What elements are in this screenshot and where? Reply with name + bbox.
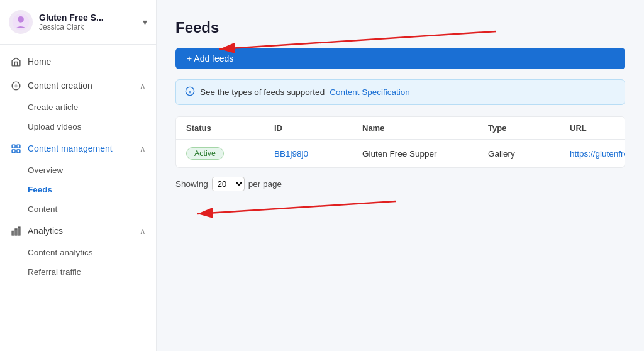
overview-label: Overview: [28, 165, 63, 175]
upload-videos-label: Upload videos: [28, 122, 82, 131]
bar-chart-icon: [10, 225, 21, 237]
per-page-select[interactable]: 20 10 50 100: [212, 177, 245, 191]
sidebar-item-content-management-label: Content management: [28, 143, 133, 153]
info-banner: See the types of feeds supported Content…: [175, 79, 625, 105]
main-wrapper: Feeds + Add feeds See the types of feeds…: [157, 0, 644, 351]
svg-point-1: [18, 16, 24, 23]
cell-name: Gluten Free Supper: [362, 149, 488, 159]
sidebar-item-content-creation[interactable]: Content creation ∧: [0, 74, 156, 98]
sidebar-item-overview[interactable]: Overview: [0, 160, 156, 180]
home-icon: [10, 56, 21, 67]
info-banner-text: See the types of feeds supported: [200, 87, 325, 97]
sidebar-item-content-analytics[interactable]: Content analytics: [0, 243, 156, 262]
sidebar-item-content-management[interactable]: Content management ∧: [0, 136, 156, 160]
content-analytics-label: Content analytics: [28, 248, 93, 257]
sidebar-item-create-article[interactable]: Create article: [0, 98, 156, 117]
sidebar-item-home-label: Home: [28, 57, 146, 67]
cell-type: Gallery: [488, 149, 570, 159]
col-status: Status: [186, 123, 274, 133]
feed-id-link[interactable]: BB1j98j0: [274, 149, 308, 159]
brand-chevron: ▾: [143, 17, 147, 27]
svg-rect-6: [16, 145, 19, 148]
svg-rect-8: [16, 149, 19, 152]
content-creation-chevron: ∧: [140, 81, 146, 91]
showing-label: Showing: [175, 179, 208, 189]
referral-traffic-label: Referral traffic: [28, 267, 81, 277]
grid-icon: [10, 143, 21, 154]
sidebar: Gluten Free S... Jessica Clark ▾ Home Co…: [0, 0, 157, 351]
brand-user: Jessica Clark: [39, 23, 136, 31]
page-title: Feeds: [175, 19, 625, 36]
sidebar-brand[interactable]: Gluten Free S... Jessica Clark ▾: [0, 0, 156, 45]
analytics-chevron: ∧: [140, 226, 146, 236]
add-feeds-button[interactable]: + Add feeds: [175, 48, 625, 69]
col-type: Type: [488, 123, 570, 133]
pagination-row: Showing 20 10 50 100 per page: [175, 177, 625, 191]
cell-id: BB1j98j0: [274, 149, 362, 159]
info-icon: [185, 86, 195, 98]
svg-rect-9: [12, 231, 14, 235]
feed-url-link[interactable]: https://glutenfreesupp: [570, 149, 625, 159]
sidebar-item-feeds[interactable]: Feeds: [0, 180, 156, 199]
cell-status: Active: [186, 147, 274, 160]
cell-url: https://glutenfreesupp: [570, 149, 625, 159]
sidebar-item-analytics-label: Analytics: [28, 226, 133, 236]
content-specification-link[interactable]: Content Specification: [330, 87, 410, 97]
main-content: Feeds + Add feeds See the types of feeds…: [157, 0, 644, 204]
brand-name: Gluten Free S...: [39, 13, 136, 23]
sidebar-item-content-creation-label: Content creation: [28, 81, 133, 91]
create-article-label: Create article: [28, 103, 78, 112]
sidebar-item-referral-traffic[interactable]: Referral traffic: [0, 262, 156, 282]
sidebar-item-home[interactable]: Home: [0, 50, 156, 74]
col-id: ID: [274, 123, 362, 133]
col-url: URL: [570, 123, 614, 133]
table-header: Status ID Name Type URL: [176, 117, 625, 140]
sidebar-item-content[interactable]: Content: [0, 199, 156, 219]
brand-info: Gluten Free S... Jessica Clark: [39, 13, 136, 31]
status-badge: Active: [186, 147, 224, 160]
per-page-label: per page: [248, 179, 282, 189]
table-row: Active BB1j98j0 Gluten Free Supper Galle…: [176, 140, 625, 167]
col-name: Name: [362, 123, 488, 133]
content-label: Content: [28, 204, 57, 214]
svg-rect-7: [12, 149, 15, 152]
feeds-label: Feeds: [28, 185, 52, 194]
sidebar-item-analytics[interactable]: Analytics ∧: [0, 219, 156, 243]
feeds-table: Status ID Name Type URL Active BB1j98j0 …: [175, 116, 625, 168]
sidebar-nav: Home Content creation ∧ Create article U…: [0, 45, 156, 351]
brand-logo: [9, 10, 33, 34]
content-management-chevron: ∧: [140, 144, 146, 153]
svg-rect-10: [15, 228, 17, 235]
svg-rect-11: [18, 227, 20, 235]
svg-rect-5: [12, 145, 15, 148]
plus-circle-icon: [10, 80, 21, 91]
sidebar-item-upload-videos[interactable]: Upload videos: [0, 117, 156, 136]
